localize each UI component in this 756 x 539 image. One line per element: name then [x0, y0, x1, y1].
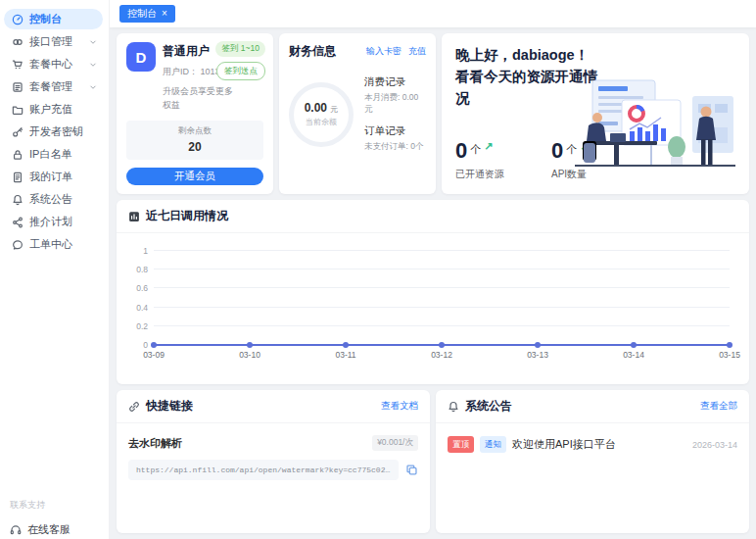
x-tick-label: 03-09	[143, 350, 165, 360]
sidebar-item-label: 推介计划	[29, 215, 72, 229]
sidebar-item-label: 开发者密钥	[29, 124, 83, 139]
sidebar-item-dashboard[interactable]: 控制台	[4, 9, 103, 29]
x-tick-label: 03-15	[719, 350, 740, 360]
points-label: 剩余点数	[126, 125, 263, 137]
topbar: 控制台 ×	[110, 0, 756, 27]
data-point[interactable]	[247, 342, 253, 348]
greeting-card: 晚上好，dabiaoge！看看今天的资源开通情况 0个↗已开通资源0个↗API数…	[442, 33, 749, 194]
cart-icon	[12, 59, 24, 71]
online-service-button[interactable]: 在线客服	[10, 522, 108, 539]
dashboard-icon	[12, 14, 24, 25]
online-service-label: 在线客服	[27, 522, 71, 537]
data-point[interactable]	[727, 342, 732, 348]
trend-up-icon: ↗	[484, 140, 493, 153]
quick-links-title: 快捷链接	[146, 398, 193, 415]
data-point[interactable]	[151, 342, 157, 348]
announcement-row: 置顶通知欢迎使用API接口平台2026-03-14	[436, 423, 749, 466]
sidebar-item-folder[interactable]: 账户充值	[4, 99, 103, 120]
link-icon	[128, 401, 140, 413]
data-point[interactable]	[343, 342, 349, 348]
price-badge: ¥0.001/次	[372, 435, 418, 451]
y-tick-label: 0.6	[136, 283, 148, 293]
balance-value: 0.00	[305, 101, 327, 115]
stat-value: 0	[551, 138, 563, 164]
y-tick-label: 0.2	[136, 321, 148, 331]
sidebar-item-label: 我的订单	[29, 170, 72, 184]
line-chart: 10.80.60.40.2003-0903-1003-1103-1203-130…	[128, 251, 735, 368]
bottom-cards-row: 快捷链接 查看文档 去水印解析¥0.001/次https://api.nfill…	[117, 390, 749, 533]
sidebar-item-lock[interactable]: IP白名单	[4, 144, 103, 165]
announcements-card: 系统公告 查看全部 置顶通知欢迎使用API接口平台2026-03-14	[436, 390, 749, 533]
open-vip-button[interactable]: 开通会员	[126, 168, 263, 185]
gridline: 0.8	[154, 269, 730, 270]
lock-icon	[12, 149, 24, 161]
api-url-field[interactable]: https://api.nfill.com/api/open/watermark…	[128, 460, 399, 480]
stat-block: 0个↗已开通资源	[455, 138, 504, 181]
announcements-list: 置顶通知欢迎使用API接口平台2026-03-14	[436, 423, 749, 466]
points-value: 20	[126, 140, 263, 154]
chat-icon	[12, 239, 24, 251]
x-tick-label: 03-11	[335, 350, 355, 360]
announcement-title[interactable]: 欢迎使用API接口平台	[512, 437, 616, 452]
sidebar-item-package[interactable]: 套餐管理	[4, 76, 103, 97]
stat-value: 0	[455, 138, 467, 164]
sidebar-item-key[interactable]: 开发者密钥	[4, 122, 103, 142]
copy-icon[interactable]	[405, 464, 418, 476]
data-point[interactable]	[535, 342, 541, 348]
sidebar-item-label: 账户充值	[29, 102, 72, 117]
data-point[interactable]	[631, 342, 637, 348]
finance-card: 财务信息 输入卡密 充值 0.00 元 当前余额 消费记录 本月消费: 0.00…	[279, 33, 436, 194]
sidebar-item-order[interactable]: 我的订单	[4, 167, 103, 187]
order-icon	[12, 172, 24, 183]
sidebar-item-label: 控制台	[29, 12, 62, 26]
gridline: 0.6	[154, 287, 730, 288]
tab-dashboard[interactable]: 控制台 ×	[119, 5, 175, 23]
team-illustration	[571, 67, 745, 192]
x-tick-label: 03-14	[623, 350, 644, 360]
sidebar-item-bell[interactable]: 系统公告	[4, 189, 103, 210]
checkin-button[interactable]: 签到送点	[216, 62, 265, 80]
sidebar-menu: 控制台接口管理套餐中心套餐管理账户充值开发者密钥IP白名单我的订单系统公告推介计…	[0, 0, 109, 255]
chevron-down-icon	[88, 60, 98, 70]
gridline: 0.4	[154, 307, 730, 308]
balance-label: 当前余额	[306, 117, 337, 127]
api-icon	[12, 36, 24, 48]
main-content: D 普通用户 用户ID： 1013 签到 1~10 签到送点 升级会员享受更多权…	[110, 27, 756, 539]
top-cards-row: D 普通用户 用户ID： 1013 签到 1~10 签到送点 升级会员享受更多权…	[117, 33, 749, 194]
card-key-link[interactable]: 输入卡密	[366, 45, 402, 58]
y-tick-label: 0	[143, 340, 148, 350]
data-point[interactable]	[439, 342, 445, 348]
sidebar-item-label: 套餐中心	[29, 57, 72, 72]
sidebar-footer: 联系支持 在线客服	[10, 499, 108, 539]
order-detail: 未支付订单: 0个	[364, 141, 426, 153]
share-icon	[12, 217, 24, 228]
chart-title: 近七日调用情况	[146, 208, 228, 224]
checkin-range-badge: 签到 1~10	[215, 41, 265, 57]
sidebar-item-share[interactable]: 推介计划	[4, 212, 103, 232]
tab-close-icon[interactable]: ×	[162, 9, 167, 19]
balance-circle: 0.00 元 当前余额	[289, 82, 354, 147]
stat-label: 已开通资源	[455, 168, 504, 181]
pinned-badge: 置顶	[448, 436, 474, 453]
key-icon	[12, 126, 24, 138]
finance-title: 财务信息	[289, 43, 336, 60]
recharge-link[interactable]: 充值	[408, 45, 426, 58]
user-name: 普通用户	[163, 43, 220, 60]
user-card: D 普通用户 用户ID： 1013 签到 1~10 签到送点 升级会员享受更多权…	[117, 33, 273, 194]
user-id: 用户ID： 1013	[163, 66, 220, 78]
sidebar-item-api[interactable]: 接口管理	[4, 31, 103, 52]
sidebar-item-chat[interactable]: 工单中心	[4, 234, 103, 255]
folder-icon	[12, 104, 24, 116]
bell-icon	[448, 401, 459, 413]
bell-icon	[12, 194, 24, 206]
tab-label: 控制台	[127, 7, 157, 21]
chevron-down-icon	[88, 37, 98, 47]
chevron-down-icon	[88, 82, 98, 92]
upgrade-hint: 升级会员享受更多权益	[163, 85, 233, 113]
support-label: 联系支持	[10, 499, 108, 512]
chart-card: 近七日调用情况 10.80.60.40.2003-0903-1003-1103-…	[117, 200, 749, 384]
quick-links-list: 去水印解析¥0.001/次https://api.nfill.com/api/o…	[117, 423, 430, 492]
view-all-link[interactable]: 查看全部	[700, 400, 737, 413]
view-docs-link[interactable]: 查看文档	[381, 400, 418, 413]
sidebar-item-cart[interactable]: 套餐中心	[4, 54, 103, 74]
